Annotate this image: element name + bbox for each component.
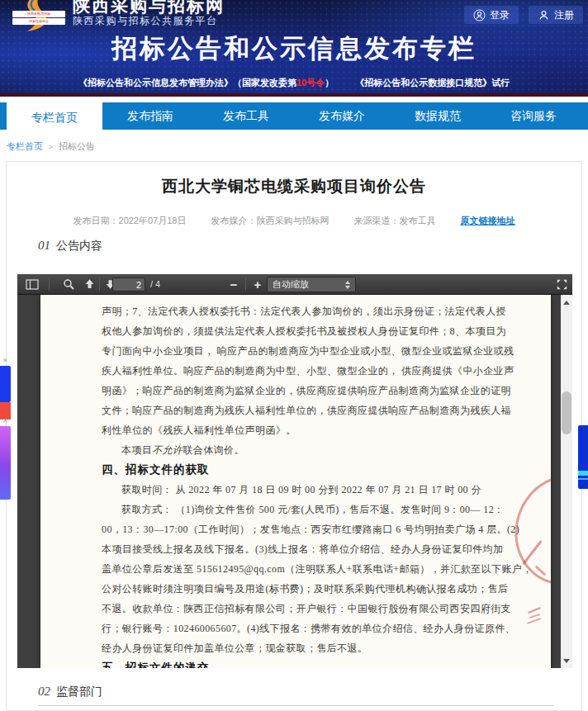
zoom-out-glyph: − (230, 278, 238, 291)
breadcrumb-home[interactable]: 专栏首页 (7, 141, 43, 151)
pdf-fullscreen-button[interactable] (554, 274, 569, 294)
notice-part3: 《招标公告和公示数据接口规范》试行 (355, 78, 510, 88)
meta-publish-media-value: 陕西采购与招标网 (256, 216, 329, 225)
pdf-text-line: 权他人参加询价的，须提供法定代表人授权委托书及被授权人身份证复印件；8、本项目为 (102, 321, 505, 341)
zoom-select-value: 自动缩放 (273, 278, 309, 291)
register-button[interactable]: 注册 (529, 6, 583, 24)
site-header: 陕西采购与招标 招标投标协会 陕西采购与招标网 陕西采购与招标公共服务平台 登录 (0, 0, 588, 97)
banner-title: 招标公告和公示信息发布专栏 (0, 31, 588, 66)
pdf-toolbar: / 4 − + 自动缩放 (17, 274, 572, 295)
pdf-text-span: 本项目 (121, 444, 152, 456)
pdf-text-line: 行；银行账号：102460065607。(4)线下报名：携带有效的单位介绍信、经… (102, 619, 505, 638)
pdf-text-line: 00，13：30—17:00（工作时间）；发售地点：西安市红缨路南口 6 号均明… (102, 519, 505, 539)
site-subtitle: 陕西采购与招标公共服务平台 (73, 14, 218, 28)
pdf-search-button[interactable] (60, 274, 77, 294)
auth-area: 登录 注册 (464, 6, 583, 24)
pdf-text-line: 明函》；响应产品的制造商为监狱企业的，供应商应提供响应产品制造商为监狱企业的证明 (102, 381, 505, 401)
pdf-zoom-in-button[interactable]: + (250, 274, 265, 294)
article-meta: 发布日期：2022年07月18日 发布媒介：陕西采购与招标网 来源渠道：发布工具… (7, 215, 581, 227)
tab-publish-media[interactable]: 发布媒介 (294, 102, 390, 130)
scroll-down-icon (563, 659, 570, 663)
left-float-ad-purple[interactable] (0, 426, 11, 500)
pdf-text-span: 联合体询价。 (183, 444, 244, 456)
pdf-zoom-select[interactable]: 自动缩放 (267, 277, 356, 292)
pdf-text-line: 获取时间： 从 2022 年 07 月 18 日 09 时 00 分到 2022… (102, 480, 505, 500)
tab-column-home[interactable]: 专栏首页 (7, 102, 102, 137)
section-1-title: 公告内容 (56, 239, 102, 252)
page-root: 陕西采购与招标 招标投标协会 陕西采购与招标网 陕西采购与招标公共服务平台 登录 (0, 0, 588, 711)
pdf-text-line: 疾人福利性单位。响应产品的制造商为中型、小型、微型企业的， 供应商提供《中小企业… (102, 361, 505, 381)
pdf-text-line: 经办人身份证复印件加盖单位公章；现金获取；售后不退。 (102, 638, 505, 658)
banner-notice: 《招标公告和公示信息发布管理办法》（国家发改委第10号令）《招标公告和公示数据接… (0, 77, 588, 89)
scrollbar-up-button[interactable] (561, 296, 572, 308)
main-nav: 专栏首页 发布指南 发布工具 发布媒介 数据规范 咨询服务 (0, 102, 588, 130)
ad-stripe (578, 478, 588, 480)
red-stamp-mark (527, 618, 541, 624)
meta-source-channel-label: 来源渠道： (353, 216, 399, 225)
tab-consult-service[interactable]: 咨询服务 (486, 102, 581, 130)
section-2-number: 02 (38, 685, 50, 698)
left-float-ad-blue[interactable] (0, 366, 11, 402)
meta-source-channel: 来源渠道：发布工具 (353, 215, 435, 227)
ad-close-icon[interactable]: ✕ (2, 418, 8, 424)
meta-publish-date: 发布日期：2022年07月18日 (74, 215, 187, 227)
right-float-ad-blue[interactable] (578, 425, 588, 489)
pdf-text-line: 文件；响应产品的制造商为残疾人福利性单位的，供应商应提供响应产品制造商为残疾人福 (102, 401, 505, 420)
scrollbar-thumb[interactable] (562, 391, 571, 434)
toolbar-separator (245, 277, 246, 291)
notice-part1: 《招标公告和公示信息发布管理办法》（国家发改委第 (78, 78, 296, 88)
header-bottom-strip (0, 93, 588, 97)
meta-publish-media-label: 发布媒介： (211, 216, 256, 225)
meta-publish-date-label: 发布日期： (74, 216, 119, 225)
logo-badges: 陕西采购与招标 招标投标协会 (12, 11, 65, 26)
breadcrumb-current: 招标公告 (59, 141, 95, 151)
tab-publish-tool[interactable]: 发布工具 (198, 102, 294, 130)
login-label: 登录 (490, 8, 510, 22)
tab-publish-guide[interactable]: 发布指南 (102, 102, 198, 130)
meta-publish-media: 发布媒介：陕西采购与招标网 (211, 215, 329, 227)
login-button[interactable]: 登录 (464, 6, 519, 24)
notice-part2: ） (325, 78, 334, 88)
section-divider (38, 705, 554, 706)
ad-close-icon[interactable]: ✕ (2, 358, 8, 364)
meta-publish-date-value: 2022年07月18日 (119, 216, 187, 225)
section-supervision-dept: 02监督部门 (38, 685, 102, 699)
breadcrumb: 专栏首页＞招标公告 (7, 140, 95, 153)
scroll-up-icon (563, 301, 570, 305)
select-arrows-icon (345, 281, 350, 289)
red-stamp-mark (528, 607, 541, 614)
pdf-page-number-input[interactable] (112, 277, 145, 292)
scrollbar-down-button[interactable] (561, 655, 572, 666)
meta-source-channel-value: 发布工具 (399, 216, 435, 225)
section-1-number: 01 (38, 239, 50, 252)
pdf-text-line: 盖单位公章后发送至 515612495@qq.com（注明联系人+联系电话+邮箱… (102, 559, 505, 579)
notice-red-text: 10号令 (296, 78, 325, 88)
pdf-page: 声明；7、法定代表人授权委托书：法定代表人参加询价的，须出示身份证；法定代表人授… (40, 295, 551, 668)
content-card: 西北大学铜芯电缆采购项目询价公告 发布日期：2022年07月18日 发布媒介：陕… (6, 161, 582, 711)
page-title: 西北大学铜芯电缆采购项目询价公告 (7, 176, 581, 197)
pdf-page-up-button[interactable] (82, 274, 97, 294)
pdf-section-heading-4: 四、招标文件的获取 (102, 460, 505, 480)
pdf-zoom-out-button[interactable]: − (226, 274, 241, 294)
origin-link[interactable]: 原文链接地址 (460, 215, 514, 227)
pdf-page-total: / 4 (150, 279, 160, 289)
pdf-viewer: / 4 − + 自动缩放 (17, 274, 572, 668)
pdf-text-line: 本项目接受线上报名及线下报名。(3)线上报名：将单位介绍信、经办人身份证复印件均… (102, 539, 505, 559)
pdf-text-line: 利性单位的《残疾人福利性单位声明函》。 (102, 420, 505, 440)
tab-data-standard[interactable]: 数据规范 (390, 102, 486, 130)
pdf-text-line: 本项目不允许联合体询价。 (102, 440, 505, 460)
ad-stripe (578, 471, 588, 476)
pdf-text-italic: 不允许 (152, 444, 183, 456)
pdf-scrollbar[interactable] (561, 295, 572, 668)
pdf-document-area: 声明；7、法定代表人授权委托书：法定代表人参加询价的，须出示身份证；法定代表人授… (17, 295, 561, 668)
register-user-icon (538, 9, 550, 21)
pdf-text-line: 声明；7、法定代表人授权委托书：法定代表人参加询价的，须出示身份证；法定代表人授 (102, 301, 505, 321)
register-label: 注册 (554, 8, 574, 22)
pdf-sidebar-toggle-button[interactable] (24, 274, 40, 294)
breadcrumb-separator: ＞ (46, 141, 55, 151)
zoom-in-glyph: + (254, 278, 262, 291)
pdf-text-line: 公对公转账时须注明项目编号及用途(标书费)；及时联系采购代理机构确认报名成功；售… (102, 579, 505, 599)
toolbar-separator (99, 277, 100, 291)
logo-badge-2: 招标投标协会 (12, 18, 65, 25)
pdf-text-line: 不退。收款单位：陕西正信招标有限公司；开户银行：中国银行股份有限公司西安四府街支 (102, 599, 505, 619)
